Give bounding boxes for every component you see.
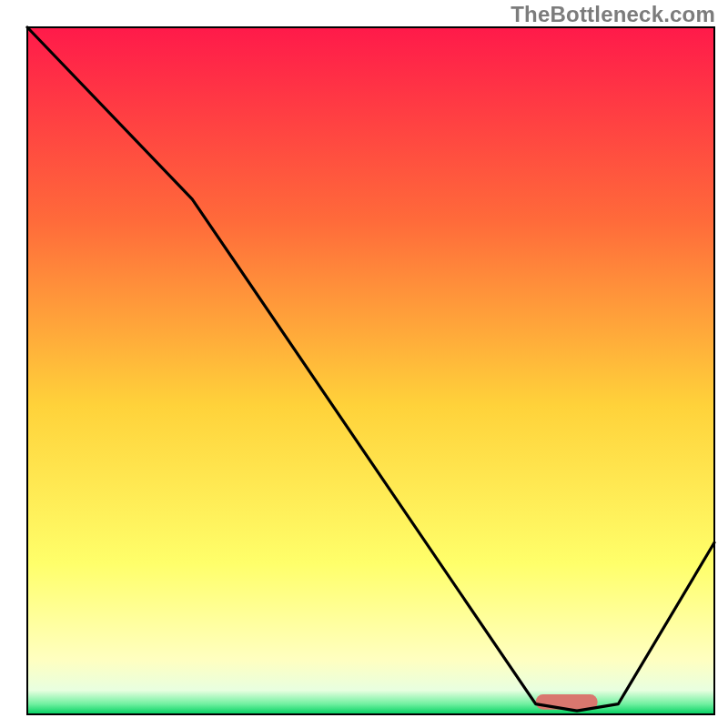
optimum-marker	[536, 694, 598, 710]
bottleneck-chart	[0, 0, 728, 728]
gradient-background	[27, 27, 714, 714]
chart-container: TheBottleneck.com	[0, 0, 728, 728]
